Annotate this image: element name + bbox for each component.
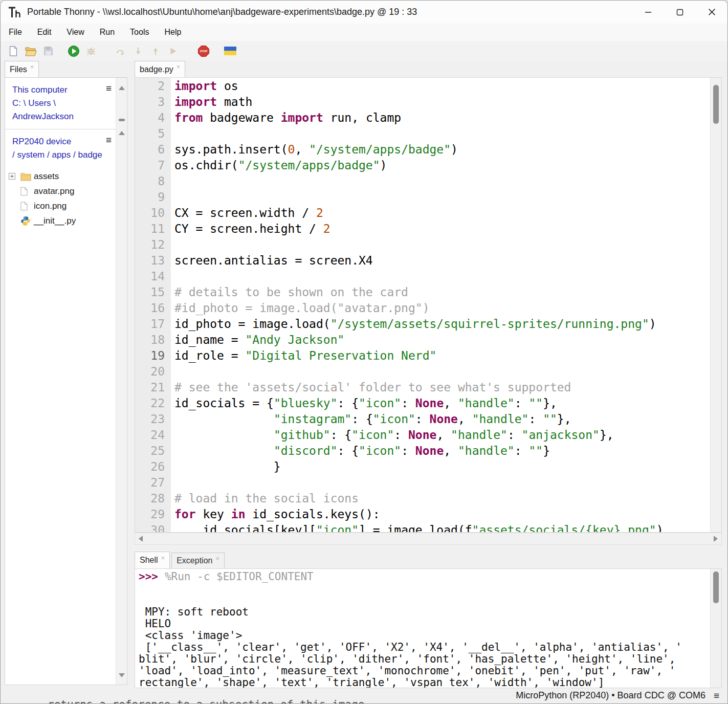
tab-shell-label: Shell	[140, 556, 158, 565]
code-line-11[interactable]: CY = screen.height / 2	[174, 221, 710, 237]
maximize-button[interactable]	[664, 1, 696, 24]
close-tab-icon[interactable]: ×	[177, 63, 181, 71]
code-line-24[interactable]: "github": {"icon": None, "handle": "anja…	[174, 427, 710, 443]
code-line-14[interactable]	[174, 269, 710, 284]
file-tree: assetsavatar.pngicon.png__init__.py	[5, 165, 116, 228]
scroll-up-icon[interactable]	[119, 131, 125, 135]
code-line-15[interactable]: # details to be shown on the card	[174, 284, 710, 300]
device-path-link[interactable]: / system / apps / badge	[5, 148, 116, 165]
line-number: 15	[135, 284, 171, 300]
code-area[interactable]: import osimport mathfrom badgeware impor…	[171, 78, 710, 532]
scroll-right-icon[interactable]	[714, 536, 718, 542]
shell-scrollbar[interactable]	[710, 569, 721, 688]
minimize-button[interactable]	[632, 1, 664, 24]
code-line-8[interactable]	[174, 173, 710, 189]
line-number: 29	[135, 507, 171, 522]
close-tab-icon[interactable]: ×	[30, 63, 34, 71]
scroll-down-icon[interactable]	[119, 673, 125, 677]
statusbar-menu-icon[interactable]: ≡	[714, 691, 719, 700]
folder-icon	[20, 172, 34, 181]
menu-item-edit[interactable]: Edit	[36, 27, 53, 38]
line-number: 18	[135, 332, 171, 348]
code-line-21[interactable]: # see the 'assets/social' folder to see …	[174, 380, 710, 395]
file-icon	[20, 202, 34, 211]
code-line-17[interactable]: id_photo = image.load("/system/assets/sq…	[174, 316, 710, 332]
menu-item-file[interactable]: File	[8, 27, 23, 38]
files-panel: This computer ≡ C: \ Users \ AndrewJacks…	[5, 77, 127, 685]
path-segment[interactable]: / system / apps / badge	[12, 148, 112, 162]
line-number: 2	[135, 78, 171, 94]
code-line-16[interactable]: #id_photo = image.load("avatar.png")	[174, 300, 710, 316]
scroll-up-icon[interactable]	[119, 86, 125, 90]
shell-output-line: MPY: soft reboot	[139, 606, 710, 618]
menu-item-help[interactable]: Help	[163, 27, 182, 38]
ukraine-flag-icon[interactable]	[224, 45, 237, 58]
code-line-18[interactable]: id_name = "Andy Jackson"	[174, 332, 710, 348]
close-tab-icon[interactable]: ×	[215, 555, 219, 562]
code-line-10[interactable]: CX = screen.width / 2	[174, 205, 710, 221]
stop-button[interactable]: STOP	[197, 45, 210, 58]
code-line-12[interactable]	[174, 237, 710, 253]
new-file-button[interactable]	[7, 45, 20, 58]
code-editor[interactable]: 2345678910111213141516171819202122232425…	[135, 77, 722, 533]
code-line-5[interactable]	[174, 126, 710, 142]
shell-output-line	[139, 595, 710, 606]
file-item-icon-png[interactable]: icon.png	[5, 199, 116, 213]
shell-output-line	[139, 583, 710, 595]
editor-scrollbar[interactable]	[710, 78, 721, 532]
code-line-25[interactable]: "discord": {"icon": None, "handle": ""}	[174, 443, 710, 459]
thonny-logo-icon	[8, 6, 21, 19]
expand-icon[interactable]	[9, 173, 20, 180]
panel-menu-icon[interactable]: ≡	[106, 83, 112, 93]
shell-scroll-thumb[interactable]	[713, 571, 719, 603]
run-button[interactable]	[67, 45, 80, 58]
shell-command: %Run -c $EDITOR_CONTENT	[165, 570, 314, 583]
editor-horizontal-scrollbar[interactable]	[135, 533, 722, 545]
code-line-28[interactable]: # load in the social icons	[174, 491, 710, 507]
scroll-thumb[interactable]	[119, 119, 125, 121]
code-line-22[interactable]: id_socials = {"bluesky": {"icon": None, …	[174, 395, 710, 411]
file-item-assets[interactable]: assets	[5, 169, 116, 184]
close-tab-icon[interactable]: ×	[161, 554, 165, 562]
code-line-27[interactable]	[174, 475, 710, 491]
code-line-29[interactable]: for key in id_socials.keys():	[174, 507, 710, 522]
shell-prompt: >>>	[139, 570, 158, 583]
tab-exception[interactable]: Exception ×	[171, 553, 225, 568]
tab-shell[interactable]: Shell ×	[135, 552, 170, 568]
code-line-3[interactable]: import math	[174, 94, 710, 110]
code-line-23[interactable]: "instagram": {"icon": None, "handle": ""…	[174, 411, 710, 427]
path-segment[interactable]: AndrewJackson	[12, 110, 112, 123]
path-segment[interactable]: C: \ Users \	[12, 97, 112, 110]
open-file-button[interactable]	[24, 45, 37, 58]
panel-menu-icon[interactable]: ≡	[106, 135, 112, 145]
line-number: 12	[135, 237, 171, 253]
close-button[interactable]	[696, 1, 727, 24]
shell-output-line: rectangle', 'shape', 'text', 'triangle',…	[139, 677, 710, 688]
code-line-30[interactable]: id_socials[key]["icon"] = image.load(f"a…	[174, 522, 710, 532]
code-line-13[interactable]: screen.antialias = screen.X4	[174, 253, 710, 269]
local-path-link[interactable]: C: \ Users \ AndrewJackson	[5, 96, 116, 126]
scroll-left-icon[interactable]	[139, 536, 143, 542]
files-scrollbar[interactable]	[116, 78, 127, 685]
file-item-avatar-png[interactable]: avatar.png	[5, 184, 116, 199]
shell-output-line: 'load', 'load_into', 'measure_text', 'mo…	[139, 665, 710, 677]
menu-item-view[interactable]: View	[65, 27, 85, 38]
title-bar[interactable]: Portable Thonny - \\wsl.localhost\Ubuntu…	[1, 1, 727, 24]
code-line-2[interactable]: import os	[174, 78, 710, 94]
code-line-20[interactable]	[174, 364, 710, 380]
tab-files[interactable]: Files ×	[5, 61, 39, 77]
menu-item-tools[interactable]: Tools	[129, 27, 150, 38]
step-over-button	[114, 45, 127, 58]
file-item--init-py[interactable]: __init__.py	[5, 213, 116, 228]
code-line-9[interactable]	[174, 189, 710, 205]
editor-scroll-thumb[interactable]	[713, 85, 719, 124]
shell-panel[interactable]: >>>%Run -c $EDITOR_CONTENT MPY: soft reb…	[135, 568, 722, 688]
editor-tabbar: badge.py ×	[135, 61, 185, 77]
code-line-4[interactable]: from badgeware import run, clamp	[174, 110, 710, 126]
code-line-6[interactable]: sys.path.insert(0, "/system/apps/badge")	[174, 142, 710, 158]
code-line-26[interactable]: }	[174, 459, 710, 475]
tab-badge-py[interactable]: badge.py ×	[135, 61, 185, 77]
code-line-7[interactable]: os.chdir("/system/apps/badge")	[174, 158, 710, 173]
menu-item-run[interactable]: Run	[99, 27, 116, 38]
code-line-19[interactable]: id_role = "Digital Preservation Nerd"	[174, 348, 710, 364]
